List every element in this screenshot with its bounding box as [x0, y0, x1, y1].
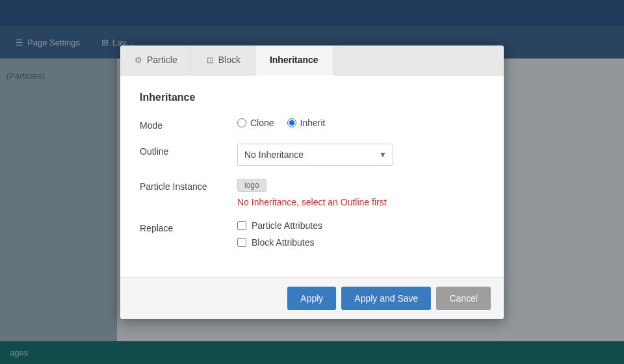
replace-label: Replace [140, 220, 237, 233]
replace-checkbox-particle-attributes[interactable] [237, 221, 246, 230]
tab-inheritance[interactable]: Inheritance [255, 46, 333, 75]
outline-select[interactable]: No Inheritance [237, 144, 393, 166]
block-tab-icon: ⊡ [207, 55, 214, 65]
modal-body: Inheritance Mode Clone Inherit [120, 75, 504, 277]
mode-clone-label: Clone [250, 118, 274, 128]
tab-inheritance-label: Inheritance [270, 55, 318, 65]
modal-tab-bar: ⚙ Particle ⊡ Block Inheritance [120, 46, 504, 75]
mode-inherit-label: Inherit [300, 118, 326, 128]
outline-control: No Inheritance ▼ [237, 144, 484, 166]
mode-option-clone[interactable]: Clone [237, 118, 274, 128]
outline-select-wrapper: No Inheritance ▼ [237, 144, 393, 166]
mode-radio-group: Clone Inherit [237, 118, 484, 128]
apply-button[interactable]: Apply [287, 287, 336, 310]
replace-block-attributes-label: Block Attributes [252, 237, 315, 248]
outline-row: Outline No Inheritance ▼ [140, 144, 484, 166]
mode-row: Mode Clone Inherit [140, 118, 484, 131]
tab-particle[interactable]: ⚙ Particle [120, 46, 192, 75]
mode-option-inherit[interactable]: Inherit [287, 118, 326, 128]
particle-instance-label: Particle Instance [140, 179, 237, 192]
particle-instance-content: logo No Inheritance, select an Outline f… [237, 179, 484, 207]
replace-checkbox-block-attributes[interactable] [237, 238, 246, 247]
tab-block-label: Block [218, 55, 240, 65]
logo-badge: logo [237, 179, 266, 192]
replace-option-block-attributes[interactable]: Block Attributes [237, 237, 322, 248]
replace-option-particle-attributes[interactable]: Particle Attributes [237, 220, 322, 231]
replace-checkbox-group: Particle Attributes Block Attributes [237, 220, 322, 248]
modal-overlay: ⚙ Particle ⊡ Block Inheritance Inheritan… [0, 0, 624, 364]
no-inheritance-message: No Inheritance, select an Outline first [237, 197, 484, 207]
particle-instance-row: Particle Instance logo No Inheritance, s… [140, 179, 484, 207]
apply-and-save-button[interactable]: Apply and Save [341, 287, 431, 310]
outline-label: Outline [140, 144, 237, 157]
replace-particle-attributes-label: Particle Attributes [252, 220, 322, 231]
tab-block[interactable]: ⊡ Block [192, 46, 255, 75]
mode-radio-clone[interactable] [237, 118, 246, 127]
mode-control: Clone Inherit [237, 118, 484, 128]
modal-dialog: ⚙ Particle ⊡ Block Inheritance Inheritan… [120, 46, 504, 319]
cancel-button[interactable]: Cancel [436, 287, 491, 310]
particle-tab-icon: ⚙ [135, 55, 142, 65]
tab-particle-label: Particle [147, 55, 177, 65]
section-title: Inheritance [140, 92, 484, 103]
modal-footer: Apply Apply and Save Cancel [120, 277, 504, 319]
replace-row: Replace Particle Attributes Block Attrib… [140, 220, 484, 248]
mode-radio-inherit[interactable] [287, 118, 296, 127]
mode-label: Mode [140, 118, 237, 131]
